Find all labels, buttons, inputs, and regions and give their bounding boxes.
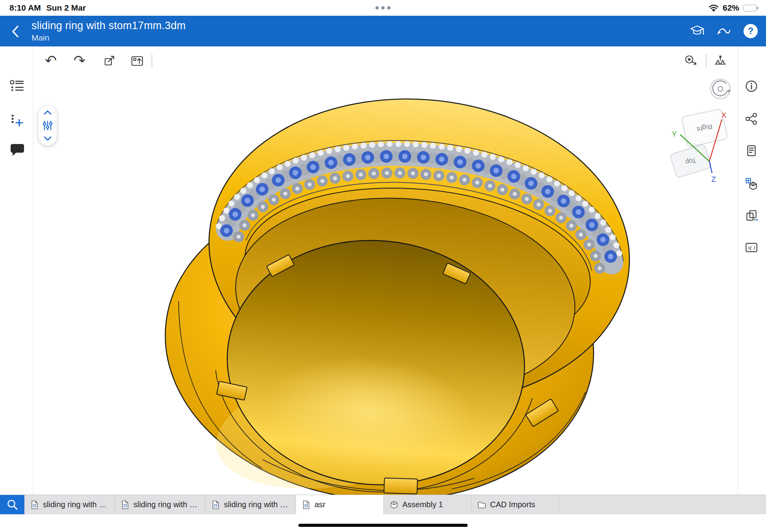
import-button[interactable]	[130, 52, 145, 69]
sliders-icon-button[interactable]	[42, 120, 54, 131]
chevron-up-button[interactable]	[42, 109, 54, 115]
document-title: sliding ring with stom17mm.3dm	[31, 20, 186, 32]
notes-icon	[744, 144, 760, 158]
battery-percent: 62%	[723, 3, 739, 13]
view-cube-top-face[interactable]: Top	[670, 144, 712, 178]
back-button[interactable]	[9, 24, 22, 39]
modeling-canvas: Right Top X Y Z ↶ ↷	[33, 46, 738, 495]
battery-icon	[743, 5, 757, 11]
search-icon	[5, 498, 19, 512]
tab-label: sliding ring with st...	[133, 500, 200, 509]
orbit-lock-button[interactable]	[710, 79, 731, 99]
add-item-icon	[9, 113, 25, 128]
configurations-button[interactable]	[744, 209, 760, 224]
tab-cad-imports[interactable]: CAD Imports	[472, 495, 559, 514]
units-scale-button[interactable]	[712, 52, 728, 69]
tape-measure-icon	[684, 54, 698, 68]
status-date: Sun 2 Mar	[46, 3, 86, 13]
copies-icon	[744, 209, 760, 223]
comments-button[interactable]	[9, 142, 25, 158]
tab-label: sliding ring with st...	[224, 500, 291, 509]
tab-sliding-ring-1[interactable]: sliding ring with st...	[24, 495, 115, 514]
toolbar-divider	[152, 54, 152, 68]
share-button[interactable]	[744, 112, 760, 127]
notes-button[interactable]	[744, 144, 760, 159]
tab-label: asr	[315, 500, 326, 509]
variables-icon: x( )	[744, 240, 760, 255]
learn-button[interactable]	[689, 23, 705, 39]
view-cube[interactable]: Right Top X Y Z	[670, 109, 728, 183]
feature-list-button[interactable]	[9, 79, 25, 95]
display-modes-button[interactable]	[744, 177, 760, 192]
info-icon	[744, 79, 760, 93]
status-bar: 8:10 AM Sun 2 Mar 62%	[0, 0, 766, 16]
stylus-mode-button[interactable]	[716, 23, 732, 39]
viewport-3d[interactable]: Right Top X Y Z	[33, 46, 738, 495]
export-button[interactable]	[102, 52, 117, 69]
workspace-name: Main	[31, 33, 186, 42]
tab-asr-active[interactable]: asr	[296, 495, 384, 514]
comment-bubble-icon	[9, 142, 25, 157]
tab-sliding-ring-2[interactable]: sliding ring with st...	[115, 495, 205, 514]
question-mark-icon: ?	[744, 24, 758, 38]
canvas-toolbar: ↶ ↷	[33, 52, 738, 71]
document-icon	[120, 500, 130, 510]
axis-z-label: Z	[711, 175, 716, 183]
toolbar-divider	[706, 54, 707, 68]
tab-label: CAD Imports	[490, 500, 535, 509]
info-button[interactable]	[744, 79, 760, 95]
folder-icon	[477, 500, 487, 510]
status-time: 8:10 AM	[9, 3, 41, 13]
import-icon	[130, 54, 144, 68]
axis-y-label: Y	[672, 130, 677, 138]
home-indicator[interactable]	[298, 524, 468, 527]
stylus-scribble-icon	[716, 24, 732, 38]
home-strip	[0, 514, 766, 532]
tab-assembly-1[interactable]: Assembly 1	[384, 495, 472, 514]
undo-button[interactable]: ↶	[43, 52, 59, 69]
assembly-icon	[389, 500, 399, 510]
right-toolbar: x( )	[738, 46, 766, 495]
cube-grid-icon	[744, 177, 760, 191]
tab-label: sliding ring with st...	[43, 500, 110, 509]
help-button[interactable]: ?	[742, 23, 759, 39]
export-icon	[102, 54, 117, 68]
redo-icon: ↷	[74, 54, 85, 68]
document-icon	[30, 500, 39, 510]
variables-button[interactable]: x( )	[744, 240, 760, 256]
multitasking-dots-icon	[376, 6, 390, 9]
share-nodes-icon	[744, 112, 760, 126]
document-icon	[302, 500, 311, 510]
tab-label: Assembly 1	[402, 500, 443, 509]
wifi-icon	[709, 4, 719, 12]
ring-model	[150, 79, 642, 495]
undo-icon: ↶	[45, 54, 57, 68]
graduation-cap-icon	[689, 24, 705, 38]
app-header: sliding ring with stom17mm.3dm Main	[0, 16, 766, 46]
insert-button[interactable]	[9, 113, 25, 129]
measure-button[interactable]	[683, 52, 699, 69]
search-tab[interactable]	[0, 495, 24, 514]
tab-sliding-ring-3[interactable]: sliding ring with st...	[205, 495, 296, 514]
chevron-down-button[interactable]	[42, 136, 54, 142]
document-tab-bar: sliding ring with st... sliding ring wit…	[0, 495, 766, 514]
rollback-control	[38, 105, 57, 146]
feature-list-icon	[9, 79, 25, 93]
axis-x-label: X	[722, 111, 727, 119]
document-icon	[211, 500, 220, 510]
balance-scale-icon	[713, 54, 727, 68]
redo-button[interactable]: ↷	[72, 52, 87, 69]
left-toolbar	[0, 46, 33, 495]
svg-text:x( ): x( )	[747, 245, 755, 251]
